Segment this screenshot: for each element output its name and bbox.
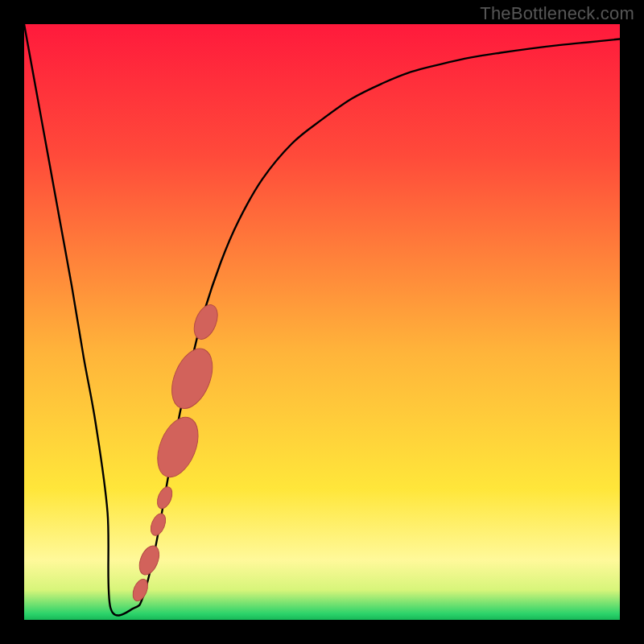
bottleneck-curve xyxy=(24,24,620,616)
chart-frame: TheBottleneck.com xyxy=(0,0,644,644)
curve-marker xyxy=(150,411,206,483)
curve-marker xyxy=(190,301,222,342)
curve-marker xyxy=(164,343,221,415)
watermark-text: TheBottleneck.com xyxy=(480,3,634,24)
curve-markers xyxy=(130,301,222,603)
plot-area xyxy=(24,24,620,620)
curve-marker xyxy=(148,511,168,537)
curve-layer xyxy=(24,24,620,620)
curve-marker xyxy=(135,543,163,577)
curve-marker xyxy=(155,485,175,510)
